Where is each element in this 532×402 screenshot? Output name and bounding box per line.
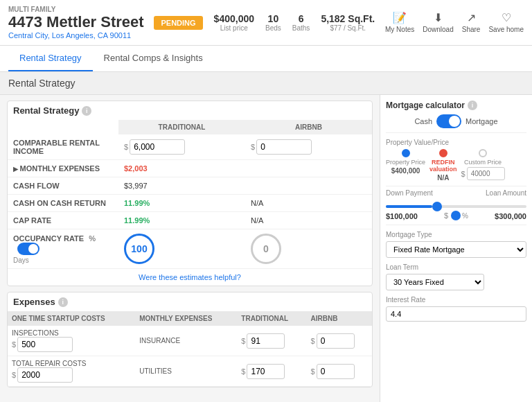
helpful-text[interactable]: Were these estimates helpful? [8, 269, 372, 286]
table-row: MONTHLY EXPENSES $2,003 [8, 160, 372, 177]
save-home-action[interactable]: ♡ Save home [488, 11, 524, 34]
occupancy-unit: % [89, 234, 96, 243]
utilities-airbnb-input[interactable] [317, 364, 355, 379]
price-option-custom: Custom Price $ [461, 149, 505, 180]
rental-strategy-table: TRADITIONAL AIRBNB COMPARABLE RENTAL INC… [8, 120, 372, 269]
property-price-option-label: Property Price [386, 159, 425, 166]
expenses-col-startup: ONE TIME STARTUP COSTS [8, 311, 135, 326]
stat-beds: 10 Beds [265, 13, 281, 32]
property-price-radio[interactable] [402, 149, 410, 157]
baths-label: Baths [292, 24, 310, 32]
download-icon: ⬇ [423, 11, 453, 24]
header-actions: 📝 My Notes ⬇ Download ↗ Share ♡ Save hom… [385, 11, 524, 34]
expenses-card: Expenses i ONE TIME STARTUP COSTS MONTHL… [7, 292, 373, 387]
loan-term-row: 30 Years Fixed 15 Years Fixed 20 Years F… [386, 274, 526, 290]
interest-rate-input[interactable] [386, 306, 526, 322]
down-payment-pct-group: $ % [444, 211, 468, 220]
beds-value: 10 [265, 13, 281, 24]
down-payment-col: Down Payment [386, 189, 456, 198]
cash-flow-value: $3,997 [124, 182, 148, 190]
separator3 [386, 225, 526, 225]
airbnb-income-input[interactable] [256, 139, 312, 155]
save-home-label: Save home [488, 26, 524, 33]
cash-mortgage-toggle: Cash Mortgage [386, 114, 526, 128]
monthly-expenses-label[interactable]: MONTHLY EXPENSES [8, 160, 118, 177]
cash-on-cash-label: CASH ON CASH RETURN [8, 195, 118, 212]
redfin-price-radio[interactable] [439, 149, 447, 157]
trad-income-input-group: $ [124, 139, 240, 155]
insurance-label: INSURANCE [139, 337, 233, 344]
header-stats: PENDING $400,000 List price 10 Beds 6 Ba… [154, 13, 375, 32]
utilities-trad-input[interactable] [247, 364, 285, 379]
down-payment-values-row: $100,000 $ % $300,000 [386, 211, 526, 220]
table-row: OCCUPANCY RATE % Days 100 0 [8, 229, 372, 269]
mortgage-calculator-panel: Mortgage calculator i Cash Mortgage Prop… [380, 95, 532, 402]
mortgage-type-select[interactable]: Fixed Rate Mortgage Adjustable Rate Mort… [386, 241, 526, 258]
occupancy-toggle[interactable] [17, 243, 39, 255]
stat-list-price: $400,000 List price [214, 13, 254, 32]
mortgage-info-icon[interactable]: i [468, 101, 477, 110]
cash-flow-label: CASH FLOW [8, 177, 118, 195]
repair-costs-input[interactable] [17, 367, 73, 383]
sqft-label: $77 / Sq.Ft. [321, 24, 375, 32]
tab-rental-strategy[interactable]: Rental Strategy [8, 46, 93, 71]
separator [386, 132, 526, 133]
insurance-trad-input[interactable] [247, 333, 285, 349]
tab-rental-comps[interactable]: Rental Comps & Insights [93, 46, 214, 71]
property-name: 4473 Mettler Street [8, 13, 144, 31]
property-value-label: Property Value/Price [386, 139, 526, 146]
pct-toggle[interactable] [451, 211, 461, 220]
insurance-trad-group: $ [241, 333, 302, 349]
expenses-info-icon[interactable]: i [58, 297, 68, 307]
days-label: Days [13, 256, 113, 264]
down-payment-slider-track[interactable] [386, 205, 526, 208]
airbnb-occupancy-circle: 0 [251, 234, 281, 264]
table-row: TOTAL REPAIR COSTS $ UTILITIES $ [8, 356, 372, 387]
download-label: Download [423, 26, 453, 33]
cash-mortgage-pill[interactable] [436, 114, 461, 128]
main-content: Rental Strategy i TRADITIONAL AIRBNB COM… [0, 95, 532, 402]
mortgage-calculator-title: Mortgage calculator i [386, 101, 526, 110]
rental-strategy-card: Rental Strategy i TRADITIONAL AIRBNB COM… [7, 101, 373, 286]
property-address: Central City, Los Angeles, CA 90011 [8, 31, 144, 40]
share-action[interactable]: ↗ Share [462, 11, 481, 34]
inspections-label: INSPECTIONS [12, 329, 131, 337]
custom-price-input[interactable] [467, 167, 505, 180]
dollar-sign-airbnb: $ [251, 143, 255, 151]
repair-input-group: $ [12, 367, 131, 383]
download-action[interactable]: ⬇ Download [423, 11, 453, 34]
mortgage-type-label: Mortgage Type [386, 231, 526, 238]
airbnb-income-input-group: $ [251, 139, 366, 155]
dollar-sign-trad: $ [124, 143, 128, 151]
down-payment-value: $100,000 [386, 212, 418, 220]
expenses-col-trad: TRADITIONAL [237, 311, 306, 326]
mortgage-title-text: Mortgage calculator [386, 101, 465, 110]
redfin-price-option-label: REDFINvaluation [429, 159, 457, 173]
list-price-label: List price [214, 24, 254, 32]
trad-income-input[interactable] [130, 139, 185, 155]
my-notes-action[interactable]: 📝 My Notes [385, 11, 414, 34]
expenses-title: Expenses [13, 297, 55, 307]
loan-term-select[interactable]: 30 Years Fixed 15 Years Fixed 20 Years F… [386, 274, 484, 290]
insurance-airbnb-input[interactable] [317, 333, 355, 349]
left-panel: Rental Strategy i TRADITIONAL AIRBNB COM… [0, 95, 380, 402]
custom-price-input-group: $ [461, 167, 505, 180]
rental-strategy-info-icon[interactable]: i [82, 106, 91, 116]
slider-thumb[interactable] [432, 202, 442, 211]
status-badge: PENDING [154, 16, 202, 30]
insurance-airbnb-group: $ [311, 333, 368, 349]
comparable-income-label: COMPARABLE RENTAL INCOME [8, 134, 118, 160]
redfin-price-option-value: N/A [437, 174, 449, 182]
cap-rate-label: CAP RATE [8, 212, 118, 229]
custom-price-radio[interactable] [479, 149, 487, 157]
stat-sqft: 5,182 Sq.Ft. $77 / Sq.Ft. [321, 13, 375, 32]
table-row: CAP RATE 11.99% N/A [8, 212, 372, 229]
inspections-input[interactable] [17, 337, 73, 352]
header: MULTI FAMILY 4473 Mettler Street Central… [0, 0, 532, 46]
utilities-label: UTILITIES [139, 367, 233, 375]
loan-term-label: Loan Term [386, 263, 526, 271]
share-label: Share [462, 26, 481, 33]
list-price-value: $400,000 [214, 13, 254, 24]
table-row: CASH ON CASH RETURN 11.99% N/A [8, 195, 372, 212]
share-icon: ↗ [462, 11, 481, 24]
